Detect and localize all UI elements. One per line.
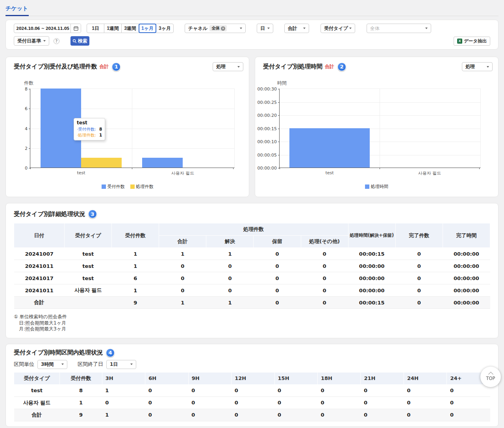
- period-button[interactable]: 3週間: [121, 24, 139, 33]
- col-header: 9H: [188, 372, 231, 384]
- gridline: [132, 89, 132, 168]
- legend-item: 受付件数: [102, 184, 125, 190]
- date-range-value[interactable]: 2024.10.06 ~ 2024.11.05: [14, 24, 70, 33]
- col-header-processing-count-group: 処理件数: [159, 223, 348, 236]
- y-axis-label: 時間: [277, 80, 287, 87]
- aggregate-select[interactable]: 合計: [284, 24, 309, 33]
- table-cell: 20241011: [14, 284, 65, 297]
- badge-3: 3: [88, 210, 97, 218]
- gridline: [280, 115, 480, 116]
- table-cell: 0: [447, 409, 490, 421]
- col-header: 受付件数: [60, 372, 102, 384]
- table-cell: 0: [274, 397, 317, 409]
- footnote-line: ① 単位検索時の照会条件: [14, 314, 490, 320]
- x-category-label: 사용자 필드: [171, 170, 195, 176]
- scroll-to-top-button[interactable]: TOP: [480, 367, 501, 387]
- chart-mode-select[interactable]: 処理: [462, 62, 493, 71]
- table-cell: 0: [254, 297, 301, 309]
- y-tick-label: 6: [25, 106, 28, 111]
- type-filter-select[interactable]: 全体: [367, 24, 431, 33]
- section-title: 受付タイプ別時間区間内処理状況: [14, 349, 103, 356]
- table-cell: 0: [159, 272, 206, 284]
- date-range-input[interactable]: 2024.10.06 ~ 2024.11.05: [14, 24, 81, 33]
- table-cell: 00:00:00: [348, 260, 395, 272]
- table-cell: 0: [318, 409, 361, 421]
- period-button[interactable]: 3ヶ月: [156, 24, 174, 33]
- y-tick-mark: [278, 155, 280, 155]
- table-cell: 사용자 필드: [65, 284, 112, 297]
- table-row: 20241011test1000000:00:00000:00:00: [14, 260, 490, 272]
- type-value: 受付タイプ: [324, 25, 348, 32]
- badge-1: 1: [112, 63, 120, 71]
- x-tick-mark: [30, 168, 31, 169]
- table-cell: 0: [254, 284, 301, 297]
- table-cell: 1: [60, 397, 102, 409]
- period-button[interactable]: 1日: [87, 24, 104, 33]
- export-button[interactable]: X データ抽出: [454, 37, 490, 46]
- table-cell: 20241017: [14, 272, 65, 284]
- col-header-done-count: 完了件数: [395, 223, 443, 248]
- gridline: [280, 102, 480, 103]
- tooltip-value: 1: [99, 132, 102, 138]
- table-cell: test: [65, 272, 112, 284]
- interval-unit-select[interactable]: 3時間: [37, 360, 67, 369]
- search-button[interactable]: 検索: [70, 36, 89, 46]
- tab-ticket[interactable]: チケット: [6, 0, 29, 16]
- unit-select[interactable]: 日: [257, 24, 273, 33]
- table-cell: 0: [301, 284, 348, 297]
- table-cell: 0: [206, 272, 254, 284]
- basis-select[interactable]: 受付日基準: [14, 36, 49, 46]
- y-tick-mark: [278, 129, 280, 129]
- table-cell: 0: [254, 272, 301, 284]
- col-header: 3H: [102, 372, 145, 384]
- chevron-down-icon: [267, 28, 270, 29]
- chevron-down-icon: [61, 363, 64, 365]
- chart-title: 受付タイプ別処理時間: [263, 63, 322, 70]
- table-cell: 00:00:00: [443, 297, 490, 309]
- remove-tag-icon[interactable]: ✕: [221, 26, 225, 31]
- table-cell: 1: [206, 248, 254, 260]
- col-header-done-time: 完了時間: [443, 223, 490, 248]
- legend-item: 処理件数: [130, 184, 154, 190]
- chart-mode-select[interactable]: 処理: [213, 62, 243, 71]
- channel-select[interactable]: チャネル 全体 ✕: [185, 24, 246, 33]
- col-header-total: 合計: [159, 236, 206, 248]
- legend-swatch: [365, 184, 369, 189]
- tab-bar: チケット: [6, 0, 498, 16]
- chevron-down-icon: [43, 40, 46, 42]
- table-cell: 9: [60, 409, 102, 421]
- tooltip-label: ·受付件数:: [77, 126, 96, 132]
- table-cell: 0: [274, 384, 317, 397]
- tooltip-row: ·処理件数:1: [77, 132, 102, 138]
- footnote-line: 日:照会期間最大1ヶ月: [14, 320, 490, 327]
- type-select[interactable]: 受付タイプ: [321, 24, 355, 33]
- search-button-label: 検索: [78, 38, 87, 44]
- calendar-button[interactable]: [70, 24, 81, 33]
- y-tick-label: 00:00:10: [258, 139, 277, 144]
- table-cell: 0: [254, 260, 301, 272]
- basis-value: 受付日基準: [17, 38, 41, 44]
- y-tick-mark: [278, 115, 280, 116]
- badge-4: 4: [106, 349, 115, 357]
- period-button[interactable]: 1週間: [104, 24, 122, 33]
- help-icon[interactable]: ?: [54, 38, 59, 44]
- section-title: 受付タイプ別詳細処理状況: [14, 210, 85, 218]
- table-cell: 0: [232, 409, 274, 421]
- x-tick-mark: [280, 168, 280, 169]
- y-tick-mark: [29, 148, 30, 149]
- table-cell: 0: [318, 384, 361, 397]
- y-tick-label: 4: [25, 126, 28, 131]
- y-axis-label: 件数: [24, 80, 33, 87]
- table-cell: 0: [395, 272, 443, 284]
- x-tick-mark: [132, 168, 132, 169]
- table-cell: 0: [301, 248, 348, 260]
- bar-処理時間: [289, 128, 369, 168]
- table-cell: 0: [447, 384, 490, 397]
- y-tick-label: 00:00:20: [258, 113, 277, 118]
- chart-card-processing-time: 受付タイプ別処理時間 合計 2 処理 時間 00:00:3000:00:2500…: [255, 57, 498, 197]
- x-tick-mark: [380, 168, 380, 169]
- period-button[interactable]: 1ヶ月: [139, 24, 156, 33]
- interval-end-select[interactable]: 1日: [106, 360, 136, 369]
- table-cell: 0: [318, 397, 361, 409]
- tooltip-label: ·処理件数:: [77, 132, 96, 138]
